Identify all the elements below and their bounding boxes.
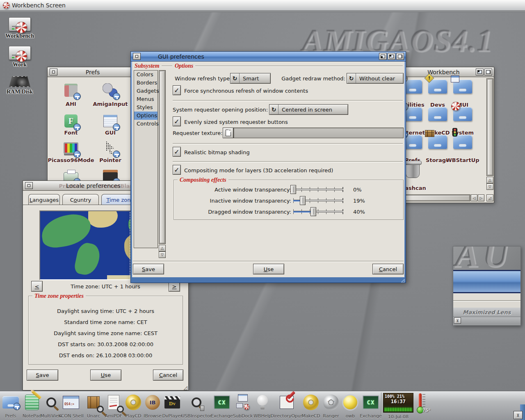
desktop-icon-work[interactable]: Work [0, 46, 39, 68]
scroll-up-button[interactable]: △ [159, 245, 166, 251]
dock-item-subdock[interactable]: SubDock [233, 393, 252, 418]
scroll-down-button[interactable]: ▽ [486, 183, 493, 190]
cancel-button[interactable]: Cancel [153, 370, 183, 381]
dragged-transparency-slider[interactable] [293, 207, 343, 216]
compositing-checkbox[interactable]: ✓ [173, 165, 181, 175]
dock-item-dvplayer[interactable]: Dv DvPlayer [163, 393, 182, 418]
boing-ball-icon [16, 22, 27, 33]
dock-item-ranger[interactable]: ★ Ranger [322, 393, 340, 418]
dock-item-unarc[interactable]: Unarc [84, 393, 103, 418]
prefs-icon-gui[interactable] [101, 112, 119, 130]
slider-knob[interactable] [310, 207, 316, 216]
cpu-monitor[interactable]: 100% 21% 16:37 [383, 393, 413, 413]
gui-window-titlebar[interactable]: GUI preferences [131, 52, 406, 62]
dock-hide-button[interactable]: ⊻ [514, 411, 523, 419]
wb-icon-wbstartup[interactable] [453, 135, 472, 149]
wb-icon-mui[interactable] [453, 80, 472, 94]
prefs-icon-font[interactable]: F [62, 112, 80, 130]
prefs-icon-picasso96mode[interactable] [62, 139, 80, 157]
texture-file-button[interactable] [223, 128, 233, 138]
resize-gadget[interactable]: ◿ [486, 194, 493, 201]
save-button[interactable]: Save [27, 370, 58, 381]
subsystem-scrollbar[interactable] [159, 70, 166, 244]
screen-titlebar[interactable]: Workbench Screen [0, 0, 525, 11]
scroll-left-button[interactable]: ◁ [471, 194, 477, 201]
maximized-lens-window[interactable]: AU Maximized Lens ⊻ [453, 246, 521, 326]
dock-item-wbhelp[interactable]: WBHelp [253, 393, 272, 418]
tab-country[interactable]: Country [62, 194, 99, 205]
scroll-up-button[interactable]: △ [486, 177, 493, 183]
desktop-icon-workbench[interactable]: Workbench [0, 17, 39, 39]
wrench-icon [287, 391, 296, 399]
cancel-button[interactable]: Cancel [372, 264, 404, 274]
subsystem-item-styles[interactable]: Styles [134, 103, 158, 112]
use-button[interactable]: Use [90, 370, 121, 381]
subsystem-item-controls[interactable]: Controls [134, 120, 158, 128]
zoom-gadget[interactable] [388, 53, 395, 60]
dock-item-owb[interactable]: owb [341, 393, 360, 418]
subsystem-item-gadgets[interactable]: Gadgets [134, 87, 158, 95]
dock-item-ibrowse[interactable]: IB IBrowse [143, 393, 162, 418]
scroll-right-button[interactable]: ▷ [478, 194, 484, 201]
exchange-screen-icon: CX [363, 395, 379, 409]
inactive-transparency-slider[interactable] [293, 196, 343, 205]
dock-item-exchange-2[interactable]: CX Exchange [361, 393, 380, 418]
subdock-icon [235, 394, 251, 411]
wb-icon-devs[interactable]: ↑ [428, 80, 447, 94]
resize-gadget[interactable]: ◿ [401, 278, 404, 283]
subsystem-item-borders[interactable]: Borders [134, 79, 158, 87]
dock-item-playcd[interactable]: PlayCD [124, 393, 143, 418]
requester-position-cycle[interactable]: ↻Centered in screen [269, 104, 348, 115]
subsystem-item-menus[interactable]: Menus [134, 95, 158, 103]
dock-item-directoryopus[interactable]: DirectoryOpus [277, 393, 296, 418]
dock-item-prefs[interactable]: Prefs [1, 393, 20, 418]
dst-end: DST ends on: 26.10.2008 03:00:00 [28, 352, 183, 358]
dock-item-exchange[interactable]: CX Exchange [212, 393, 231, 418]
window-refresh-cycle[interactable]: ↻Smart [230, 73, 271, 84]
scroll-down-button[interactable]: ▽ [159, 251, 166, 258]
prefs-icon-ahi[interactable] [62, 81, 80, 99]
active-transparency-slider[interactable] [293, 185, 343, 194]
subsystem-item-options[interactable]: Options [134, 112, 158, 120]
traffic-light-badge-icon [452, 128, 457, 137]
resize-gadget[interactable]: ◿ [184, 385, 187, 390]
realistic-shading-checkbox[interactable]: ✓ [173, 147, 181, 157]
iconify-gadget[interactable] [379, 53, 387, 60]
desktop-icon-ram-disk[interactable]: RAM Disk [0, 75, 39, 95]
slider-knob[interactable] [300, 196, 306, 205]
dst-start: DST starts on: 30.03.2008 02:00:00 [28, 341, 183, 347]
depth-gadget[interactable] [484, 68, 492, 75]
evenly-sized-checkbox[interactable]: ✓ [173, 116, 181, 126]
prefs-icon-amigainput[interactable] [101, 81, 119, 99]
close-gadget[interactable] [133, 53, 141, 60]
slider-knob[interactable] [290, 185, 296, 194]
wb-icon-storage[interactable] [428, 135, 447, 149]
prefs-icon-pointer[interactable] [101, 139, 119, 157]
zoom-gadget[interactable] [476, 68, 484, 75]
save-button[interactable]: Save [133, 264, 164, 274]
vertical-scrollbar[interactable] [486, 78, 493, 176]
dock-item-multiview[interactable]: MultiView [42, 393, 61, 418]
gui-preferences-window: GUI preferences Subsystem Colors Borders… [130, 51, 406, 283]
force-sync-checkbox[interactable]: ✓ [173, 85, 181, 95]
separator [173, 100, 403, 101]
thermometer-widget[interactable]: 75° [414, 393, 428, 415]
gadget-redraw-cycle[interactable]: ↻Without clear [347, 73, 404, 84]
depth-gadget[interactable] [396, 53, 404, 60]
tab-languages[interactable]: Languages [28, 194, 60, 205]
wb-icon-makecd[interactable] [428, 107, 447, 121]
workbench-window-titlebar[interactable]: Workbench [393, 67, 494, 77]
timezone-prev-button[interactable]: < [31, 281, 43, 292]
dock-item-notepad[interactable]: NotePad [23, 393, 41, 418]
dock-item-makecd[interactable]: MakeCD [301, 393, 320, 418]
subsystem-item-colors[interactable]: Colors [134, 71, 158, 79]
dock-item-usbinspector[interactable]: USBInspector [187, 393, 206, 418]
wb-icon-system[interactable] [453, 107, 472, 121]
requester-texture-field[interactable] [233, 128, 404, 138]
dock-item-kcon-shell[interactable]: OS4:> KCON Shell [62, 393, 80, 418]
prefs-window-titlebar[interactable]: Prefs [48, 67, 138, 77]
dock-item-amipdf[interactable]: AmiPDF [104, 393, 123, 418]
use-button[interactable]: Use [253, 264, 284, 274]
lens-collapse-button[interactable]: ⊻ [454, 317, 461, 324]
magnifier-icon [46, 397, 56, 407]
